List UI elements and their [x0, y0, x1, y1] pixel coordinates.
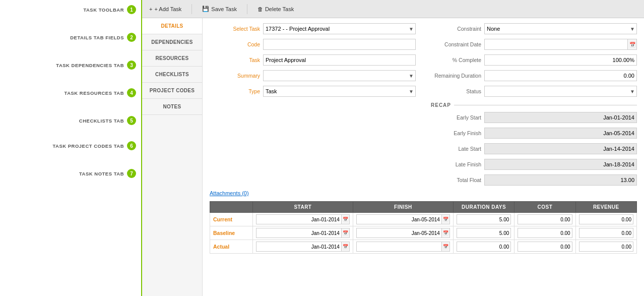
baseline-label: Baseline	[213, 230, 235, 236]
current-start-input[interactable]	[256, 214, 342, 224]
main-content: + + Add Task 💾 Save Task 🗑 Delete Task D…	[141, 0, 644, 296]
baseline-start-input[interactable]	[256, 228, 342, 238]
actual-finish-wrap: 📅	[356, 242, 450, 252]
row-baseline-cost	[514, 226, 575, 240]
current-finish-calendar-icon[interactable]: 📅	[442, 214, 450, 224]
actual-revenue-input[interactable]	[579, 242, 633, 252]
pct-complete-label: % Complete	[431, 57, 481, 63]
row-actual-revenue	[575, 240, 636, 254]
annotation-label-3: TASK DEPENDENCIES TAB	[56, 63, 124, 68]
current-revenue-input[interactable]	[579, 214, 633, 224]
row-baseline-finish: 📅	[353, 226, 453, 240]
status-label: Status	[431, 88, 481, 94]
annotation-label-2: DETAILS TAB FIELDS	[70, 35, 124, 40]
th-revenue: REVENUE	[575, 202, 636, 213]
annotation-dependencies-tab: TASK DEPENDENCIES TAB 3	[56, 61, 136, 70]
tab-notes[interactable]: NOTES	[142, 99, 202, 115]
remaining-duration-row: Remaining Duration	[431, 70, 637, 81]
current-finish-wrap: 📅	[356, 214, 450, 224]
remaining-duration-input[interactable]	[484, 70, 637, 81]
select-task-wrap[interactable]: 17372 - - Project Approval ▼	[263, 23, 416, 34]
toolbar: + + Add Task 💾 Save Task 🗑 Delete Task	[142, 0, 644, 18]
row-current-duration	[453, 213, 514, 226]
baseline-revenue-input[interactable]	[579, 228, 633, 238]
current-start-calendar-icon[interactable]: 📅	[342, 214, 350, 224]
constraint-input[interactable]: None	[484, 23, 637, 34]
actual-finish-input[interactable]	[356, 242, 442, 252]
save-task-button[interactable]: 💾 Save Task	[200, 5, 239, 13]
baseline-duration-input[interactable]	[457, 228, 511, 238]
code-label: Code	[210, 41, 260, 47]
constraint-date-input[interactable]	[484, 39, 628, 50]
tab-project-codes-label: PROJECT CODES	[150, 88, 195, 93]
code-input[interactable]	[263, 39, 416, 50]
tab-checklists[interactable]: CHECKLISTS	[142, 67, 202, 83]
th-start: START	[252, 202, 353, 213]
type-label: Type	[210, 88, 260, 94]
constraint-date-row: Constraint Date 📅	[431, 39, 637, 50]
save-icon: 💾	[202, 6, 209, 12]
status-input[interactable]	[484, 86, 637, 97]
baseline-finish-input[interactable]	[356, 228, 442, 238]
annotation-notes-tab: TASK NOTES TAB 7	[79, 169, 136, 178]
row-baseline-start: 📅	[252, 226, 353, 240]
detail-panel: Select Task 17372 - - Project Approval ▼…	[203, 18, 644, 296]
constraint-label: Constraint	[431, 26, 481, 32]
content-area: DETAILS DEPENDENCIES RESOURCES CHECKLIST…	[142, 18, 644, 296]
current-duration-input[interactable]	[457, 214, 511, 224]
form-section: Select Task 17372 - - Project Approval ▼…	[210, 23, 637, 188]
early-start-row: Early Start	[431, 112, 637, 123]
annotation-checklists-tab: CHECKLISTS TAB 5	[79, 116, 136, 125]
constraint-date-calendar-icon[interactable]: 📅	[628, 39, 637, 50]
delete-task-button[interactable]: 🗑 Delete Task	[255, 5, 296, 13]
table-row: Actual 📅 📅	[210, 240, 637, 254]
tab-resources[interactable]: RESOURCES	[142, 50, 202, 67]
baseline-finish-calendar-icon[interactable]: 📅	[442, 228, 450, 238]
early-start-value	[484, 112, 637, 123]
actual-start-calendar-icon[interactable]: 📅	[342, 242, 350, 252]
add-task-button[interactable]: + + Add Task	[147, 5, 183, 13]
constraint-date-wrap: 📅	[484, 39, 637, 50]
delete-task-label: Delete Task	[265, 6, 294, 12]
task-row: Task	[210, 54, 416, 66]
late-finish-value	[484, 159, 637, 170]
task-input[interactable]	[263, 54, 416, 66]
actual-cost-input[interactable]	[518, 242, 572, 252]
tab-dependencies[interactable]: DEPENDENCIES	[142, 34, 202, 50]
tab-project-codes[interactable]: PROJECT CODES	[142, 83, 202, 99]
early-finish-label: Early Finish	[431, 130, 481, 136]
actual-duration-input[interactable]	[457, 242, 511, 252]
current-finish-input[interactable]	[356, 214, 442, 224]
late-finish-row: Late Finish	[431, 159, 637, 170]
attachments-link[interactable]: Attachments (0)	[210, 190, 249, 196]
form-left-col: Select Task 17372 - - Project Approval ▼…	[210, 23, 416, 188]
toolbar-separator-2	[247, 4, 247, 14]
baseline-start-wrap: 📅	[256, 228, 350, 238]
th-finish: FINISH	[353, 202, 453, 213]
annotation-panel: TASK TOOLBAR 1 DETAILS TAB FIELDS 2 TASK…	[0, 0, 141, 296]
baseline-cost-input[interactable]	[518, 228, 572, 238]
actual-finish-calendar-icon[interactable]: 📅	[442, 242, 450, 252]
total-float-row: Total Float	[431, 174, 637, 186]
baseline-start-calendar-icon[interactable]: 📅	[342, 228, 350, 238]
pct-complete-row: % Complete	[431, 54, 637, 66]
status-row: Status ▼	[431, 86, 637, 97]
total-float-value	[484, 174, 637, 186]
tab-details[interactable]: DETAILS	[142, 18, 202, 34]
actual-start-input[interactable]	[256, 242, 342, 252]
annotation-badge-4: 4	[127, 88, 136, 97]
pct-complete-input[interactable]	[484, 54, 637, 66]
constraint-wrap[interactable]: None ▼	[484, 23, 637, 34]
type-input[interactable]: Task	[263, 86, 416, 97]
summary-input[interactable]	[263, 70, 416, 81]
constraint-date-label: Constraint Date	[431, 41, 481, 47]
row-baseline-duration	[453, 226, 514, 240]
table-row: Baseline 📅 📅	[210, 226, 637, 240]
annotation-project-codes-tab: TASK PROJECT CODES TAB 6	[52, 141, 136, 150]
status-wrap[interactable]: ▼	[484, 86, 637, 97]
current-cost-input[interactable]	[518, 214, 572, 224]
select-task-input[interactable]: 17372 - - Project Approval	[263, 23, 416, 34]
type-wrap[interactable]: Task ▼	[263, 86, 416, 97]
annotation-resources-tab: TASK RESOURCES TAB 4	[65, 88, 136, 97]
summary-wrap[interactable]: ▼	[263, 70, 416, 81]
